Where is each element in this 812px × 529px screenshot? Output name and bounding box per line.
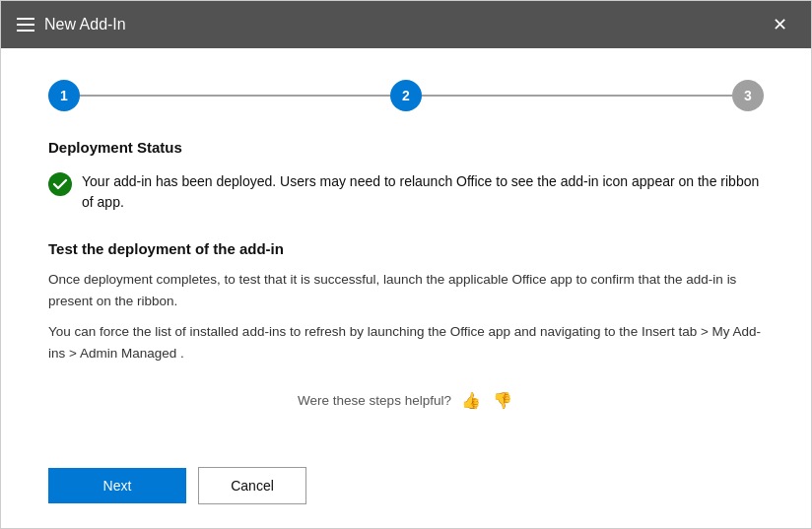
stepper: 1 2 3 (48, 80, 764, 111)
thumbs-up-button[interactable]: 👍 (459, 389, 483, 412)
thumbs-down-button[interactable]: 👎 (491, 389, 514, 412)
deployment-status-title: Deployment Status (48, 139, 764, 156)
step-line-1 (80, 95, 390, 97)
success-message: Your add-in has been deployed. Users may… (48, 171, 764, 213)
test-para-2: You can force the list of installed add-… (48, 321, 764, 364)
success-text: Your add-in has been deployed. Users may… (82, 171, 764, 213)
title-bar-left: New Add-In (17, 16, 126, 33)
next-button[interactable]: Next (48, 468, 186, 503)
helpful-label: Were these steps helpful? (298, 393, 451, 408)
step-line-2 (422, 95, 732, 97)
step-3: 3 (732, 80, 764, 111)
footer: Next Cancel (1, 467, 811, 528)
dialog: New Add-In ✕ 1 2 3 Deployment Status (0, 0, 812, 529)
helpful-row: Were these steps helpful? 👍 👎 (48, 389, 764, 412)
svg-point-0 (48, 172, 72, 196)
test-section-title: Test the deployment of the add-in (48, 240, 764, 257)
test-para-1: Once deployment completes, to test that … (48, 269, 764, 311)
dialog-title: New Add-In (44, 16, 126, 33)
success-check-icon (48, 172, 72, 196)
close-button[interactable]: ✕ (764, 9, 795, 40)
hamburger-icon (17, 18, 34, 32)
cancel-button[interactable]: Cancel (198, 467, 306, 504)
step-1: 1 (48, 80, 80, 111)
content-area: 1 2 3 Deployment Status Your add-in has … (1, 48, 811, 467)
title-bar: New Add-In ✕ (1, 1, 811, 48)
step-2: 2 (390, 80, 422, 111)
